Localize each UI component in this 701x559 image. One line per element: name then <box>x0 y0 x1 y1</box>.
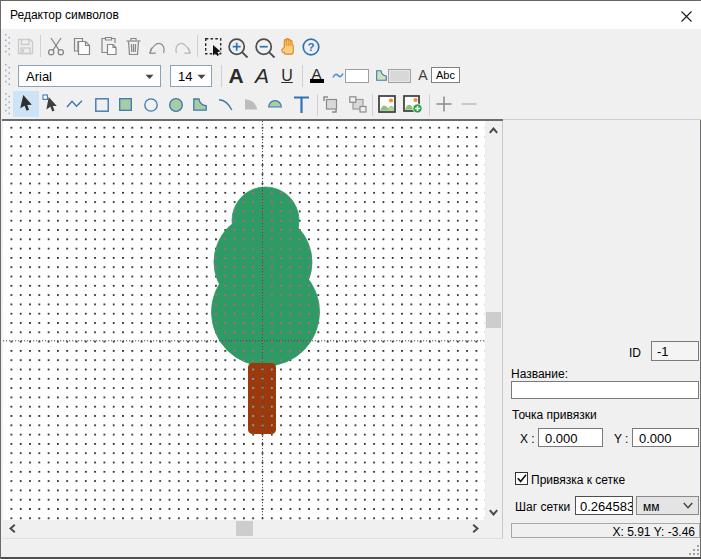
svg-text:?: ? <box>307 41 314 53</box>
